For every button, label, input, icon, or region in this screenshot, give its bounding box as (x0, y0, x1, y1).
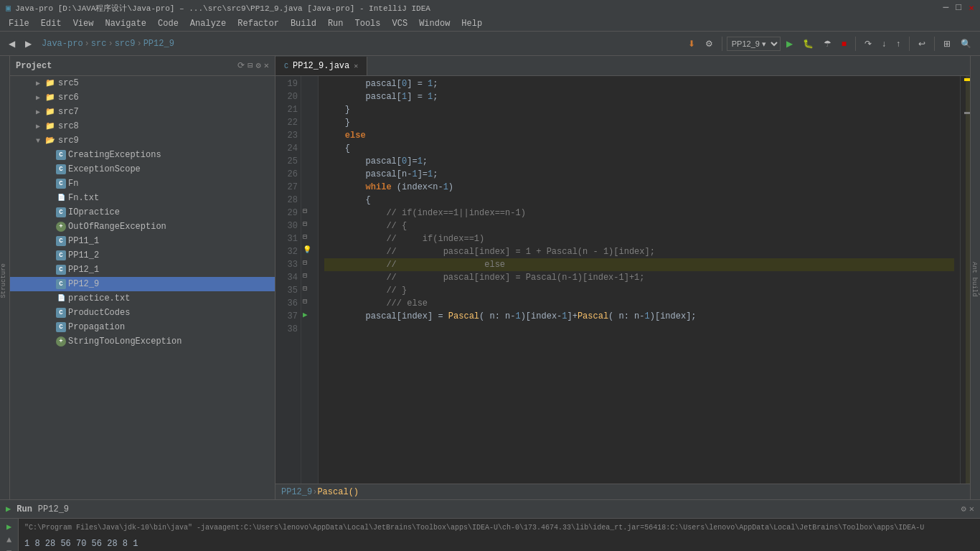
menu-edit[interactable]: Edit (35, 16, 67, 31)
code-line-37: pascal[index] = Pascal( n: n-1)[index-1]… (324, 310, 954, 323)
txt-icon-fn: 📄 (56, 193, 66, 203)
breadcrumb: Java-pro › src › src9 › PP12_9 (42, 39, 174, 49)
toolbar-undo[interactable]: ↩ (914, 37, 930, 51)
menu-help[interactable]: Help (456, 16, 488, 31)
menu-vcs[interactable]: VCS (387, 16, 414, 31)
code-editor: 19 20 21 22 23 24 25 26 27 28 29 30 31 3… (275, 76, 970, 484)
menu-analyze[interactable]: Analyze (184, 16, 232, 31)
toolbar-layout[interactable]: ⊞ (939, 37, 955, 51)
run-config-select[interactable]: PP12_9 ▾ (727, 37, 781, 51)
maximize-button[interactable]: □ (956, 2, 961, 14)
run-scroll-down[interactable]: ▼ (2, 548, 17, 551)
tree-item-iopractice[interactable]: C IOpractice (10, 205, 275, 220)
code-content[interactable]: pascal[0] = 1; pascal[1] = 1; } } (319, 76, 960, 484)
run-panel-title: ▶ Run PP12_9 (6, 504, 69, 514)
run-icon-37[interactable]: ▶ (303, 309, 308, 321)
breadcrumb-java-pro[interactable]: Java-pro (42, 39, 83, 49)
toolbar-search[interactable]: 🔍 (956, 37, 976, 51)
gutter-34: ⊟ (301, 270, 318, 283)
toolbar-download[interactable]: ⬇ (684, 37, 699, 51)
breadcrumb-src[interactable]: src (91, 39, 107, 49)
menu-tools[interactable]: Tools (349, 16, 387, 31)
project-settings-icon[interactable]: ⚙ (256, 60, 261, 71)
fold-icon-33[interactable]: ⊟ (303, 257, 307, 270)
tree-item-pp11-1[interactable]: C PP11_1 (10, 234, 275, 248)
fold-icon-31[interactable]: ⊟ (303, 231, 307, 244)
project-sync-icon[interactable]: ⟳ (237, 60, 245, 71)
stop-button[interactable]: ■ (837, 37, 851, 51)
right-side-panel: Ant build Maven Projects Database (970, 56, 980, 499)
run-settings-icon[interactable]: ⚙ (961, 504, 966, 514)
project-hide-icon[interactable]: ✕ (264, 60, 269, 71)
menu-view[interactable]: View (67, 16, 100, 31)
toolbar-settings[interactable]: ⚙ (701, 37, 717, 51)
tab-close-button[interactable]: ✕ (354, 62, 358, 70)
code-line-22: } (324, 116, 954, 129)
run-close-icon[interactable]: ✕ (969, 504, 974, 514)
menu-run[interactable]: Run (322, 16, 349, 31)
java-icon-propagation: C (56, 322, 66, 332)
fold-icon-32[interactable]: 💡 (303, 244, 311, 257)
menu-file[interactable]: File (3, 16, 35, 31)
line-num-37: 37 (278, 310, 298, 323)
breadcrumb-src9[interactable]: src9 (115, 39, 136, 49)
menu-code[interactable]: Code (152, 16, 184, 31)
tree-item-src9[interactable]: ▼ 📂 src9 (10, 133, 275, 148)
toolbar-stepover[interactable]: ↷ (860, 37, 876, 51)
tree-item-pp11-2[interactable]: C PP11_2 (10, 248, 275, 263)
tree-item-exception-scope[interactable]: C ExceptionScope (10, 162, 275, 176)
breadcrumb-pp12-9[interactable]: PP12_9 (143, 39, 174, 49)
toolbar-forward[interactable]: ▶ (21, 37, 36, 51)
run-scroll-up[interactable]: ▲ (2, 535, 17, 545)
java-icon-product-codes: C (56, 308, 66, 318)
tree-item-propagation[interactable]: C Propagation (10, 320, 275, 334)
toolbar-sep3 (909, 37, 910, 51)
folder-icon-src7: 📁 (44, 106, 56, 118)
editor-tab-pp12-9[interactable]: C PP12_9.java ✕ (275, 57, 367, 75)
fold-icon-35[interactable]: ⊟ (303, 283, 307, 296)
tree-item-fn[interactable]: C Fn (10, 176, 275, 191)
tree-item-fn-txt[interactable]: 📄 Fn.txt (10, 191, 275, 205)
run-tab-name[interactable]: PP12_9 (38, 504, 69, 514)
minimize-button[interactable]: ─ (943, 2, 949, 14)
app-icon: ▣ (6, 3, 11, 14)
toolbar-stepinto[interactable]: ↓ (877, 37, 890, 51)
project-collapse-icon[interactable]: ⊟ (248, 60, 253, 71)
toolbar-back[interactable]: ◀ (4, 37, 19, 51)
gutter-24 (301, 141, 318, 154)
java-icon-pp12-1: C (56, 265, 66, 275)
tree-item-string-too-long[interactable]: + StringTooLongException (10, 334, 275, 349)
tree-item-src6[interactable]: ▶ 📁 src6 (10, 90, 275, 105)
coverage-button[interactable]: ☂ (819, 37, 836, 51)
tree-item-pp12-1[interactable]: C PP12_1 (10, 263, 275, 277)
tree-item-src7[interactable]: ▶ 📁 src7 (10, 105, 275, 119)
menu-navigate[interactable]: Navigate (99, 16, 152, 31)
debug-button[interactable]: 🐛 (798, 37, 818, 51)
tree-item-product-codes[interactable]: C ProductCodes (10, 306, 275, 320)
fold-icon-29[interactable]: ⊟ (303, 205, 307, 218)
run-restart-btn[interactable]: ▶ (2, 522, 17, 532)
tree-item-out-of-range[interactable]: + OutOfRangeException (10, 220, 275, 234)
java-icon-pp11-2: C (56, 250, 66, 260)
toolbar-stepout[interactable]: ↑ (892, 37, 905, 51)
gutter-32: 💡 (301, 244, 318, 257)
gutter-23 (301, 128, 318, 141)
editor-breadcrumb: PP12_9 › Pascal() (275, 484, 970, 499)
tree-item-practice-txt[interactable]: 📄 practice.txt (10, 291, 275, 306)
menu-refactor[interactable]: Refactor (232, 16, 285, 31)
fold-icon-34[interactable]: ⊟ (303, 270, 307, 283)
menu-bar: File Edit View Navigate Code Analyze Ref… (0, 16, 980, 32)
tree-item-src5[interactable]: ▶ 📁 src5 (10, 76, 275, 90)
fold-icon-36[interactable]: ⊟ (303, 296, 307, 309)
tree-item-pp12-9[interactable]: C PP12_9 (10, 277, 275, 291)
menu-window[interactable]: Window (413, 16, 456, 31)
menu-build[interactable]: Build (285, 16, 322, 31)
close-button[interactable]: ✕ (969, 2, 974, 14)
line-num-26: 26 (278, 168, 298, 181)
java-icon-pp11-1: C (56, 236, 66, 246)
tree-item-src8[interactable]: ▶ 📁 src8 (10, 119, 275, 133)
tree-item-creating-exceptions[interactable]: C CreatingExceptions (10, 148, 275, 162)
fold-icon-30[interactable]: ⊟ (303, 218, 307, 231)
annotation-mark-yellow (964, 78, 970, 81)
run-button[interactable]: ▶ (782, 37, 797, 51)
